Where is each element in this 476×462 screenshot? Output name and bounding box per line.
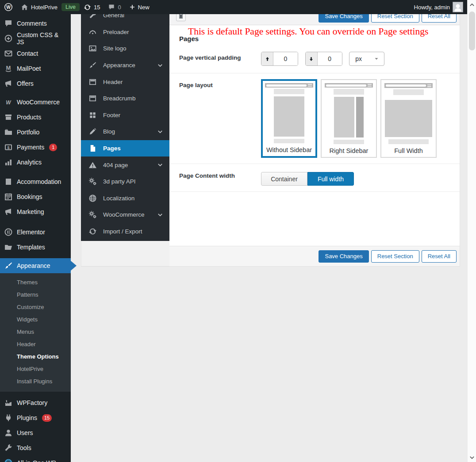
envelope-icon	[4, 49, 13, 58]
options-nav-blog[interactable]: Blog	[81, 123, 169, 140]
submenu-item-install-plugins[interactable]: Install Plugins	[0, 375, 71, 388]
sidebar-item-offers[interactable]: Offers	[0, 76, 71, 91]
site-name: HotelPrive	[31, 4, 58, 11]
wordpress-icon	[4, 3, 13, 11]
unit-value: px	[355, 55, 362, 62]
thumb-header	[274, 89, 304, 94]
gears-icon	[88, 177, 97, 186]
options-nav-footer[interactable]: Footer	[81, 107, 169, 124]
reset-all-button[interactable]: Reset All	[422, 250, 457, 263]
sidebar-item-tools[interactable]: Tools	[0, 440, 71, 455]
layout-option-right-sidebar[interactable]: Right Sidebar	[321, 79, 377, 158]
unit-select[interactable]: px	[349, 52, 384, 66]
layout-option-without-sidebar[interactable]: Without Sidebar	[261, 79, 317, 158]
theme-options-panel: General Preloader Site logo Appearance H…	[81, 7, 460, 267]
sidebar-item-analytics[interactable]: Analytics	[0, 155, 71, 170]
sync-icon	[88, 227, 97, 236]
options-nav-label: Pages	[103, 145, 121, 152]
live-badge[interactable]: Live	[61, 3, 80, 11]
sidebar-item-woocommerce[interactable]: WooCommerce	[0, 95, 71, 110]
options-nav-header[interactable]: Header	[81, 73, 169, 90]
elementor-icon	[4, 228, 13, 237]
sidebar-item-templates[interactable]: Templates	[0, 240, 71, 255]
options-nav-pages[interactable]: Pages	[81, 140, 169, 157]
submenu-item-patterns[interactable]: Patterns	[0, 289, 71, 301]
sidebar-item-label: All-in-One WP	[17, 459, 56, 462]
sidebar-item-label: Offers	[17, 80, 34, 87]
sidebar-item-payments[interactable]: Payments1	[0, 140, 71, 155]
sidebar-item-wpfactory[interactable]: WPFactory	[0, 395, 71, 410]
page-scrollbar[interactable]	[467, 0, 476, 462]
options-nav-label: Localization	[103, 195, 134, 202]
avatar	[453, 2, 463, 12]
sidebar-item-all-in-one-wp[interactable]: All-in-One WP	[0, 455, 71, 462]
thumb-search-bar	[326, 84, 366, 87]
sidebar-item-accommodation[interactable]: Accommodation	[0, 174, 71, 189]
options-nav-breadcrumb[interactable]: Breadcrumb	[81, 90, 169, 107]
sidebar-item-marketing[interactable]: Marketing	[0, 204, 71, 219]
options-content: Save Changes Reset Section Reset All Thi…	[169, 7, 460, 267]
person-icon	[453, 2, 463, 12]
options-nav-preloader[interactable]: Preloader	[81, 24, 169, 41]
sidebar-item-custom-css-js[interactable]: Custom CSS & JS	[0, 31, 71, 46]
options-nav-appearance[interactable]: Appearance	[81, 57, 169, 74]
sidebar-item-plugins[interactable]: Plugins15	[0, 410, 71, 425]
woocommerce-icon	[4, 98, 13, 107]
sidebar-item-elementor[interactable]: Elementor	[0, 225, 71, 240]
hamburger-icon	[427, 84, 431, 87]
submenu-item-hotelprive[interactable]: HotelPrive	[0, 363, 71, 375]
submenu-item-widgets[interactable]: Widgets	[0, 313, 71, 326]
scrollbar-thumb[interactable]	[469, 11, 475, 50]
scroll-down-arrow-icon[interactable]	[469, 454, 475, 461]
submenu-item-menus[interactable]: Menus	[0, 326, 71, 338]
options-nav-import-export[interactable]: Import / Export	[81, 223, 169, 240]
padding-bottom-input[interactable]	[318, 52, 342, 65]
options-nav-localization[interactable]: Localization	[81, 190, 169, 207]
options-footer-bar: Save Changes Reset Section Reset All	[169, 246, 460, 266]
options-nav-woocommerce[interactable]: WooCommerce	[81, 206, 169, 223]
my-account-menu[interactable]: Howdy, admin	[410, 0, 467, 14]
options-nav-label: Site logo	[103, 45, 127, 52]
options-nav-404-page[interactable]: 404 page	[81, 157, 169, 173]
sidebar-item-appearance[interactable]: Appearance	[0, 258, 71, 273]
sidebar-item-label: Templates	[17, 244, 45, 251]
options-nav: General Preloader Site logo Appearance H…	[81, 7, 169, 241]
content-width-option-container[interactable]: Container	[261, 172, 307, 186]
page-icon	[88, 144, 97, 153]
updates-menu[interactable]: 15	[80, 0, 104, 14]
sidebar-item-bookings[interactable]: Bookings	[0, 189, 71, 204]
plus-circle-icon	[4, 34, 13, 43]
layout-option-full-width[interactable]: Full Width	[380, 79, 437, 158]
options-nav-3d-party-api[interactable]: 3d party API	[81, 173, 169, 190]
sidebar-item-products[interactable]: Products	[0, 110, 71, 125]
content-width-option-full-width[interactable]: Full width	[307, 172, 354, 186]
wordpress-logo-menu[interactable]	[0, 0, 17, 14]
submenu-item-themes[interactable]: Themes	[0, 276, 71, 289]
padding-top-input[interactable]	[273, 52, 298, 65]
site-name-link[interactable]: HotelPrive	[17, 0, 61, 14]
padding-top-spinner	[261, 52, 298, 66]
sidebar-item-portfolio[interactable]: Portfolio	[0, 125, 71, 140]
sidebar-item-contact[interactable]: Contact	[0, 46, 71, 61]
submenu-item-theme-options[interactable]: Theme Options	[0, 351, 71, 363]
warning-triangle-icon	[88, 161, 97, 169]
reset-section-button[interactable]: Reset Section	[371, 250, 419, 263]
building-icon	[4, 177, 13, 186]
submenu-item-customize[interactable]: Customize	[0, 301, 71, 313]
options-nav-label: Appearance	[103, 62, 135, 69]
new-content-menu[interactable]: New	[125, 0, 154, 14]
options-nav-site-logo[interactable]: Site logo	[81, 40, 169, 57]
scroll-up-arrow-icon[interactable]	[469, 2, 475, 8]
wrench-icon	[4, 443, 13, 452]
payments-icon	[4, 143, 13, 152]
save-changes-button[interactable]: Save Changes	[319, 250, 369, 263]
submenu-item-header[interactable]: Header	[0, 338, 71, 351]
arrow-up-icon[interactable]	[261, 52, 273, 65]
sidebar-item-comments[interactable]: Comments	[0, 16, 71, 31]
arrow-down-icon[interactable]	[306, 52, 318, 65]
mailpoet-icon	[4, 64, 13, 73]
comments-menu[interactable]: 0	[104, 0, 125, 14]
sidebar-item-mailpoet[interactable]: MailPoet	[0, 61, 71, 76]
thumb-search-bar	[266, 84, 307, 87]
sidebar-item-users[interactable]: Users	[0, 425, 71, 440]
